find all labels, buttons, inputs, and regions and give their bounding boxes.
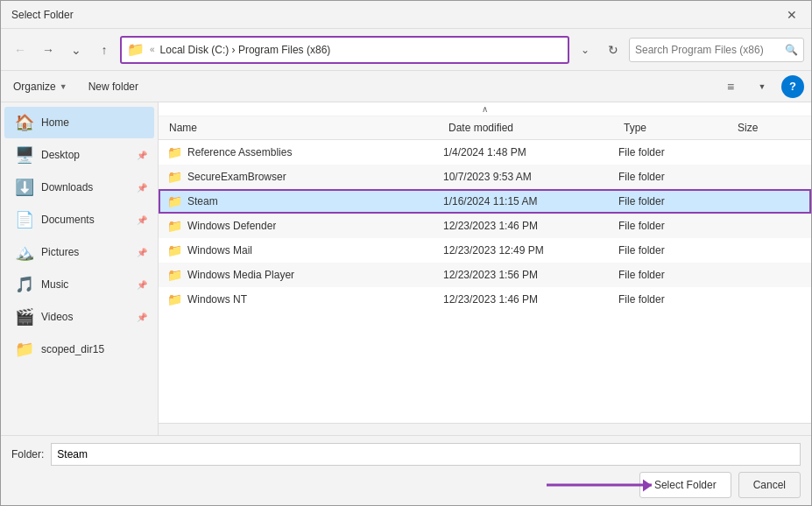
search-input[interactable] (635, 44, 781, 56)
address-path: Local Disk (C:) › Program Files (x86) (160, 44, 562, 56)
address-bar-row: ← → ⌄ ↑ 📁 « Local Disk (C:) › Program Fi… (1, 29, 811, 71)
address-separator: « (150, 45, 155, 54)
sidebar-label-home: Home (41, 116, 69, 129)
file-date: 1/16/2024 11:15 AM (443, 195, 618, 207)
file-type: File folder (618, 269, 732, 281)
search-box: 🔍 (629, 38, 804, 62)
pin-icon-documents: 📌 (137, 215, 147, 225)
file-name-cell: 📁 Steam (167, 194, 443, 208)
title-bar: Select Folder ✕ (1, 1, 811, 29)
file-date: 12/23/2023 1:46 PM (443, 220, 618, 232)
table-row[interactable]: 📁 Steam 1/16/2024 11:15 AM File folder (159, 189, 811, 214)
address-folder-icon: 📁 (127, 41, 145, 58)
sidebar-item-desktop[interactable]: 🖥️ Desktop 📌 (4, 139, 154, 171)
table-row[interactable]: 📁 SecureExamBrowser 10/7/2023 9:53 AM Fi… (159, 165, 811, 189)
file-type: File folder (618, 293, 732, 306)
close-button[interactable]: ✕ (780, 5, 804, 25)
folder-icon: 📁 (167, 219, 182, 233)
folder-icon: 📁 (167, 243, 182, 257)
file-date: 12/23/2023 1:46 PM (443, 293, 618, 306)
arrow-indicator (547, 484, 652, 487)
up-button[interactable]: ↑ (92, 38, 117, 62)
arrow-line (547, 484, 652, 487)
sidebar-label-desktop: Desktop (41, 149, 80, 161)
horizontal-scrollbar[interactable] (159, 423, 811, 435)
file-name-cell: 📁 Windows Media Player (167, 268, 443, 282)
file-name-cell: 📁 Windows NT (167, 292, 443, 306)
file-name-cell: 📁 Reference Assemblies (167, 145, 443, 159)
scroll-up-indicator: ∧ (159, 102, 811, 116)
sidebar-icon-music: 🎵 (15, 275, 34, 294)
file-name: Windows NT (187, 293, 247, 306)
folder-icon: 📁 (167, 194, 182, 208)
sidebar-item-home[interactable]: 🏠 Home (4, 107, 154, 138)
sidebar-icon-desktop: 🖥️ (15, 145, 34, 165)
sidebar-label-documents: Documents (41, 214, 95, 226)
folder-icon: 📁 (167, 292, 182, 306)
sidebar-icon-videos: 🎬 (15, 307, 34, 327)
sidebar-icon-pictures: 🏔️ (15, 242, 34, 262)
cancel-button[interactable]: Cancel (738, 472, 801, 498)
sidebar-label-music: Music (41, 278, 68, 291)
help-button[interactable]: ? (781, 75, 804, 98)
file-name: Windows Mail (187, 244, 252, 257)
sidebar-item-pictures[interactable]: 🏔️ Pictures 📌 (4, 236, 154, 268)
recent-locations-button[interactable]: ⌄ (64, 38, 88, 62)
folder-input[interactable] (51, 443, 801, 466)
file-type: File folder (618, 171, 732, 183)
file-type: File folder (618, 146, 732, 158)
sidebar-item-scoped[interactable]: 📁 scoped_dir15 (4, 334, 154, 365)
address-dropdown-button[interactable]: ⌄ (573, 38, 597, 62)
new-folder-button[interactable]: New folder (83, 75, 144, 98)
sidebar-icon-home: 🏠 (15, 113, 34, 132)
dialog-title: Select Folder (11, 9, 74, 21)
new-folder-label: New folder (88, 81, 138, 93)
table-row[interactable]: 📁 Windows NT 12/23/2023 1:46 PM File fol… (159, 287, 811, 312)
main-content: 🏠 Home 🖥️ Desktop 📌 ⬇️ Downloads 📌 📄 Doc… (1, 102, 811, 435)
pin-icon-desktop: 📌 (137, 151, 147, 160)
view-toggle-button[interactable]: ≡ (718, 75, 743, 98)
sidebar-item-downloads[interactable]: ⬇️ Downloads 📌 (4, 172, 154, 203)
table-row[interactable]: 📁 Windows Mail 12/23/2023 12:49 PM File … (159, 238, 811, 263)
sidebar-label-scoped: scoped_dir15 (41, 343, 104, 355)
sidebar-label-pictures: Pictures (41, 246, 79, 258)
table-row[interactable]: 📁 Reference Assemblies 1/4/2024 1:48 PM … (159, 140, 811, 165)
column-name[interactable]: Name (166, 120, 445, 136)
back-button[interactable]: ← (8, 38, 32, 62)
sidebar-label-downloads: Downloads (41, 181, 93, 193)
file-name: Steam (187, 195, 218, 207)
pin-icon-music: 📌 (137, 280, 147, 290)
sidebar-item-videos[interactable]: 🎬 Videos 📌 (4, 301, 154, 333)
pin-icon-pictures: 📌 (137, 248, 147, 257)
file-name-cell: 📁 SecureExamBrowser (167, 170, 443, 184)
view-dropdown-button[interactable]: ▼ (753, 75, 771, 98)
file-name-cell: 📁 Windows Mail (167, 243, 443, 257)
footer: Folder: Select Folder Cancel (1, 435, 811, 505)
file-name: Windows Media Player (187, 269, 294, 281)
table-row[interactable]: 📁 Windows Media Player 12/23/2023 1:56 P… (159, 263, 811, 287)
organize-button[interactable]: Organize ▼ (8, 75, 73, 98)
file-list-header: Name Date modified Type Size (159, 116, 811, 140)
file-area: ∧ Name Date modified Type Size 📁 Referen… (159, 102, 811, 435)
refresh-button[interactable]: ↻ (601, 38, 625, 62)
column-size: Size (734, 120, 804, 136)
address-box[interactable]: 📁 « Local Disk (C:) › Program Files (x86… (120, 36, 569, 64)
forward-button[interactable]: → (36, 38, 60, 62)
folder-row: Folder: (11, 443, 801, 466)
search-icon[interactable]: 🔍 (785, 44, 798, 56)
select-folder-button[interactable]: Select Folder (639, 472, 731, 498)
file-list: 📁 Reference Assemblies 1/4/2024 1:48 PM … (159, 140, 811, 423)
file-name: SecureExamBrowser (187, 171, 286, 183)
sidebar-icon-documents: 📄 (15, 210, 34, 229)
table-row[interactable]: 📁 Windows Defender 12/23/2023 1:46 PM Fi… (159, 214, 811, 238)
file-type: File folder (618, 195, 732, 207)
file-date: 12/23/2023 1:56 PM (443, 269, 618, 281)
organize-label: Organize (13, 81, 56, 93)
sidebar-icon-downloads: ⬇️ (15, 178, 34, 197)
column-date: Date modified (445, 120, 620, 136)
sidebar-item-documents[interactable]: 📄 Documents 📌 (4, 204, 154, 235)
sidebar-item-music[interactable]: 🎵 Music 📌 (4, 269, 154, 300)
file-name-cell: 📁 Windows Defender (167, 219, 443, 233)
folder-icon: 📁 (167, 170, 182, 184)
file-type: File folder (618, 220, 732, 232)
